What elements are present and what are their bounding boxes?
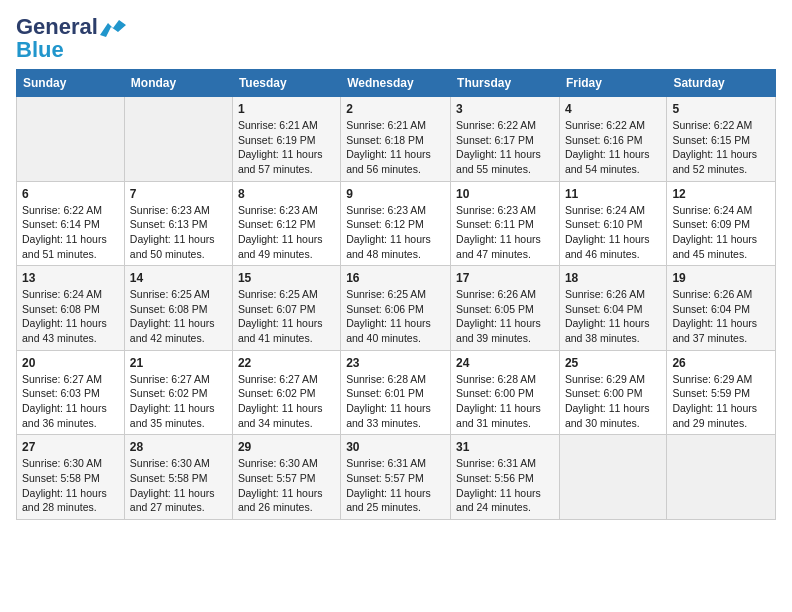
sunrise-text: Sunrise: 6:25 AM [346,288,426,300]
calendar-cell: 22Sunrise: 6:27 AMSunset: 6:02 PMDayligh… [232,350,340,435]
daylight-text: Daylight: 11 hours and 36 minutes. [22,402,107,429]
day-number: 13 [22,270,119,287]
day-number: 30 [346,439,445,456]
day-number: 23 [346,355,445,372]
calendar-cell: 11Sunrise: 6:24 AMSunset: 6:10 PMDayligh… [559,181,666,266]
sunrise-text: Sunrise: 6:27 AM [22,373,102,385]
sunset-text: Sunset: 5:56 PM [456,472,534,484]
day-number: 25 [565,355,661,372]
calendar-cell: 15Sunrise: 6:25 AMSunset: 6:07 PMDayligh… [232,266,340,351]
daylight-text: Daylight: 11 hours and 35 minutes. [130,402,215,429]
day-number: 16 [346,270,445,287]
calendar-cell [559,435,666,520]
calendar-cell [17,97,125,182]
sunset-text: Sunset: 6:12 PM [238,218,316,230]
daylight-text: Daylight: 11 hours and 46 minutes. [565,233,650,260]
daylight-text: Daylight: 11 hours and 24 minutes. [456,487,541,514]
sunrise-text: Sunrise: 6:27 AM [130,373,210,385]
sunset-text: Sunset: 6:06 PM [346,303,424,315]
calendar-cell: 5Sunrise: 6:22 AMSunset: 6:15 PMDaylight… [667,97,776,182]
calendar-cell: 19Sunrise: 6:26 AMSunset: 6:04 PMDayligh… [667,266,776,351]
daylight-text: Daylight: 11 hours and 31 minutes. [456,402,541,429]
day-number: 1 [238,101,335,118]
daylight-text: Daylight: 11 hours and 38 minutes. [565,317,650,344]
day-number: 21 [130,355,227,372]
sunset-text: Sunset: 5:58 PM [130,472,208,484]
day-number: 17 [456,270,554,287]
sunset-text: Sunset: 6:12 PM [346,218,424,230]
sunrise-text: Sunrise: 6:28 AM [456,373,536,385]
logo-bird-icon [98,17,128,39]
calendar-cell: 10Sunrise: 6:23 AMSunset: 6:11 PMDayligh… [451,181,560,266]
sunset-text: Sunset: 6:03 PM [22,387,100,399]
calendar-cell: 12Sunrise: 6:24 AMSunset: 6:09 PMDayligh… [667,181,776,266]
daylight-text: Daylight: 11 hours and 27 minutes. [130,487,215,514]
sunset-text: Sunset: 6:19 PM [238,134,316,146]
sunset-text: Sunset: 6:02 PM [238,387,316,399]
day-number: 29 [238,439,335,456]
sunset-text: Sunset: 6:17 PM [456,134,534,146]
sunrise-text: Sunrise: 6:23 AM [456,204,536,216]
day-number: 19 [672,270,770,287]
sunrise-text: Sunrise: 6:21 AM [238,119,318,131]
col-header-thursday: Thursday [451,70,560,97]
day-number: 20 [22,355,119,372]
calendar-cell: 24Sunrise: 6:28 AMSunset: 6:00 PMDayligh… [451,350,560,435]
calendar-cell [124,97,232,182]
sunrise-text: Sunrise: 6:27 AM [238,373,318,385]
sunset-text: Sunset: 6:15 PM [672,134,750,146]
sunrise-text: Sunrise: 6:22 AM [672,119,752,131]
daylight-text: Daylight: 11 hours and 34 minutes. [238,402,323,429]
day-number: 22 [238,355,335,372]
calendar-cell: 21Sunrise: 6:27 AMSunset: 6:02 PMDayligh… [124,350,232,435]
calendar-cell: 20Sunrise: 6:27 AMSunset: 6:03 PMDayligh… [17,350,125,435]
sunset-text: Sunset: 6:08 PM [130,303,208,315]
sunset-text: Sunset: 6:13 PM [130,218,208,230]
day-number: 7 [130,186,227,203]
page-header: GeneralBlue [16,16,776,61]
sunset-text: Sunset: 5:57 PM [238,472,316,484]
sunrise-text: Sunrise: 6:26 AM [565,288,645,300]
daylight-text: Daylight: 11 hours and 39 minutes. [456,317,541,344]
daylight-text: Daylight: 11 hours and 37 minutes. [672,317,757,344]
sunrise-text: Sunrise: 6:23 AM [238,204,318,216]
calendar-cell: 2Sunrise: 6:21 AMSunset: 6:18 PMDaylight… [341,97,451,182]
daylight-text: Daylight: 11 hours and 28 minutes. [22,487,107,514]
sunset-text: Sunset: 6:04 PM [565,303,643,315]
sunset-text: Sunset: 5:57 PM [346,472,424,484]
sunrise-text: Sunrise: 6:25 AM [238,288,318,300]
sunset-text: Sunset: 6:00 PM [456,387,534,399]
calendar-cell: 23Sunrise: 6:28 AMSunset: 6:01 PMDayligh… [341,350,451,435]
calendar-table: SundayMondayTuesdayWednesdayThursdayFrid… [16,69,776,520]
daylight-text: Daylight: 11 hours and 26 minutes. [238,487,323,514]
sunrise-text: Sunrise: 6:24 AM [22,288,102,300]
sunset-text: Sunset: 5:58 PM [22,472,100,484]
calendar-cell: 26Sunrise: 6:29 AMSunset: 5:59 PMDayligh… [667,350,776,435]
calendar-week-row: 13Sunrise: 6:24 AMSunset: 6:08 PMDayligh… [17,266,776,351]
sunset-text: Sunset: 6:11 PM [456,218,534,230]
sunset-text: Sunset: 6:08 PM [22,303,100,315]
daylight-text: Daylight: 11 hours and 54 minutes. [565,148,650,175]
sunrise-text: Sunrise: 6:26 AM [672,288,752,300]
calendar-cell: 30Sunrise: 6:31 AMSunset: 5:57 PMDayligh… [341,435,451,520]
calendar-cell: 1Sunrise: 6:21 AMSunset: 6:19 PMDaylight… [232,97,340,182]
sunrise-text: Sunrise: 6:29 AM [672,373,752,385]
day-number: 6 [22,186,119,203]
sunrise-text: Sunrise: 6:21 AM [346,119,426,131]
day-number: 24 [456,355,554,372]
daylight-text: Daylight: 11 hours and 42 minutes. [130,317,215,344]
calendar-cell: 14Sunrise: 6:25 AMSunset: 6:08 PMDayligh… [124,266,232,351]
sunset-text: Sunset: 6:05 PM [456,303,534,315]
sunrise-text: Sunrise: 6:30 AM [22,457,102,469]
sunset-text: Sunset: 6:10 PM [565,218,643,230]
daylight-text: Daylight: 11 hours and 45 minutes. [672,233,757,260]
col-header-wednesday: Wednesday [341,70,451,97]
sunrise-text: Sunrise: 6:22 AM [565,119,645,131]
day-number: 31 [456,439,554,456]
sunrise-text: Sunrise: 6:26 AM [456,288,536,300]
calendar-header-row: SundayMondayTuesdayWednesdayThursdayFrid… [17,70,776,97]
sunrise-text: Sunrise: 6:25 AM [130,288,210,300]
sunrise-text: Sunrise: 6:23 AM [130,204,210,216]
sunrise-text: Sunrise: 6:22 AM [456,119,536,131]
daylight-text: Daylight: 11 hours and 29 minutes. [672,402,757,429]
